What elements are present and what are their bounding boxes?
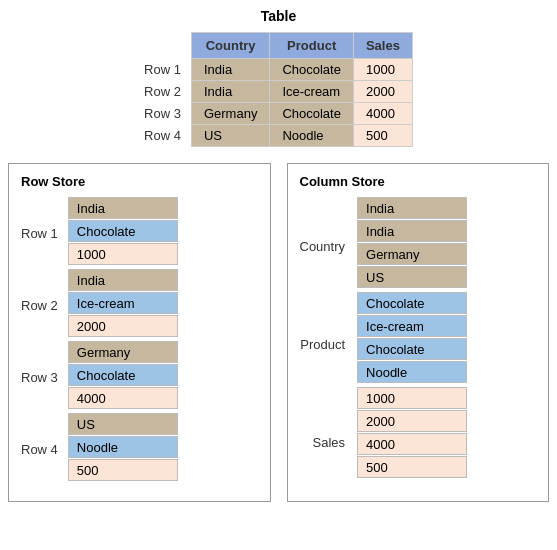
row-store-cell: Chocolate (68, 220, 178, 242)
col-store-labels: CountryProductSales (300, 197, 350, 491)
row-store-cell: Noodle (68, 436, 178, 458)
page-title: Table (8, 8, 549, 24)
col-store-cell: India (357, 220, 467, 242)
col-store-label-group: Sales (300, 393, 350, 491)
col-store-label: Sales (313, 435, 346, 450)
col-store-content: CountryProductSales IndiaIndiaGermanyUSC… (300, 197, 537, 491)
table-cell: 1000 (353, 59, 412, 81)
table-row-labels: Row 1Row 2Row 3Row 4 (144, 32, 187, 146)
col-store-cell: Ice-cream (357, 315, 467, 337)
col-store-cell: 1000 (357, 387, 467, 409)
col-store-box: Column Store CountryProductSales IndiaIn… (287, 163, 550, 502)
table-cell: India (191, 81, 269, 103)
col-store-cell: Noodle (357, 361, 467, 383)
bottom-section: Row Store Row 1Row 2Row 3Row 4 IndiaChoc… (8, 163, 549, 502)
table-cell: Chocolate (270, 103, 354, 125)
table-row-label: Row 2 (144, 80, 187, 102)
row-store-cell: Germany (68, 341, 178, 363)
table-row: IndiaChocolate1000 (191, 59, 412, 81)
top-table-container: Row 1Row 2Row 3Row 4 CountryProductSales… (144, 32, 413, 147)
row-store-cells: IndiaChocolate1000IndiaIce-cream2000Germ… (68, 197, 178, 484)
row-store-cell: Chocolate (68, 364, 178, 386)
table-cell: Germany (191, 103, 269, 125)
table-row: GermanyChocolate4000 (191, 103, 412, 125)
row-store-content: Row 1Row 2Row 3Row 4 IndiaChocolate1000I… (21, 197, 258, 485)
table-cell: US (191, 125, 269, 147)
row-store-cell: India (68, 269, 178, 291)
table-cell: Noodle (270, 125, 354, 147)
table-row: IndiaIce-cream2000 (191, 81, 412, 103)
col-store-label: Product (300, 337, 345, 352)
col-store-cell: Chocolate (357, 338, 467, 360)
table-cell: 500 (353, 125, 412, 147)
col-store-label-group: Product (300, 295, 350, 393)
row-store-label: Row 1 (21, 197, 62, 269)
table-header: Sales (353, 33, 412, 59)
table-cell: 2000 (353, 81, 412, 103)
row-store-box: Row Store Row 1Row 2Row 3Row 4 IndiaChoc… (8, 163, 271, 502)
col-store-cell: US (357, 266, 467, 288)
top-table-section: Row 1Row 2Row 3Row 4 CountryProductSales… (8, 32, 549, 147)
row-store-label: Row 4 (21, 413, 62, 485)
table-row-label: Row 1 (144, 58, 187, 80)
row-store-cell: 500 (68, 459, 178, 481)
row-store-cell-group: USNoodle500 (68, 413, 178, 481)
col-store-cell-group: IndiaIndiaGermanyUS (357, 197, 467, 288)
table-cell: India (191, 59, 269, 81)
row-store-cell: 4000 (68, 387, 178, 409)
col-store-cell: 2000 (357, 410, 467, 432)
table-cell: 4000 (353, 103, 412, 125)
row-store-cell-group: GermanyChocolate4000 (68, 341, 178, 409)
col-store-title: Column Store (300, 174, 537, 189)
col-store-cell-group: ChocolateIce-creamChocolateNoodle (357, 292, 467, 383)
row-store-cell: 2000 (68, 315, 178, 337)
row-store-cell-group: IndiaChocolate1000 (68, 197, 178, 265)
row-store-cell: US (68, 413, 178, 435)
table-row-label: Row 3 (144, 102, 187, 124)
col-store-label-group: Country (300, 197, 350, 295)
col-store-cell: Chocolate (357, 292, 467, 314)
col-store-cell-group: 100020004000500 (357, 387, 467, 478)
row-store-cell: 1000 (68, 243, 178, 265)
col-store-cell: India (357, 197, 467, 219)
row-store-labels: Row 1Row 2Row 3Row 4 (21, 197, 62, 485)
table-row-label: Row 4 (144, 124, 187, 146)
table-cell: Ice-cream (270, 81, 354, 103)
col-store-label: Country (300, 239, 346, 254)
row-store-cell: India (68, 197, 178, 219)
col-store-cell: Germany (357, 243, 467, 265)
row-store-title: Row Store (21, 174, 258, 189)
row-store-label: Row 3 (21, 341, 62, 413)
table-header: Product (270, 33, 354, 59)
col-store-cell: 4000 (357, 433, 467, 455)
row-store-cell-group: IndiaIce-cream2000 (68, 269, 178, 337)
table-row: USNoodle500 (191, 125, 412, 147)
table-header: Country (191, 33, 269, 59)
data-table: CountryProductSalesIndiaChocolate1000Ind… (191, 32, 413, 147)
row-store-label: Row 2 (21, 269, 62, 341)
col-store-cell: 500 (357, 456, 467, 478)
col-store-cells: IndiaIndiaGermanyUSChocolateIce-creamCho… (357, 197, 467, 491)
table-cell: Chocolate (270, 59, 354, 81)
row-store-cell: Ice-cream (68, 292, 178, 314)
